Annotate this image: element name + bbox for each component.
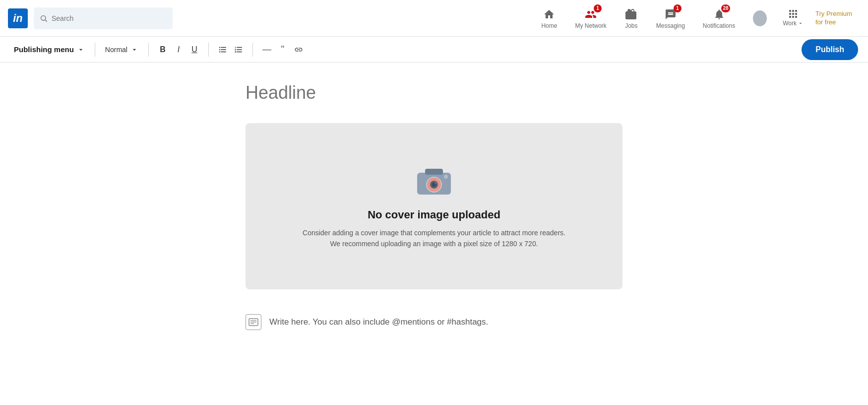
separator-3 — [208, 43, 209, 57]
style-label: Normal — [105, 46, 127, 54]
bold-button[interactable]: B — [155, 42, 171, 58]
unordered-list-icon — [218, 45, 227, 54]
nav-label-notifications: Notifications — [703, 22, 735, 29]
profile-icon — [753, 11, 767, 25]
grid-icon — [789, 10, 797, 18]
navbar: in Home 1 My Network — [0, 0, 868, 37]
ordered-list-icon — [234, 45, 243, 54]
nav-label-jobs: Jobs — [625, 22, 637, 29]
search-input[interactable] — [52, 14, 167, 22]
notifications-badge: 28 — [721, 4, 730, 12]
camera-icon — [414, 163, 454, 199]
nav-items: Home 1 My Network Jobs — [533, 3, 860, 33]
home-icon — [542, 7, 556, 21]
style-chevron — [130, 46, 138, 54]
linkedin-logo[interactable]: in — [8, 8, 28, 28]
nav-item-jobs[interactable]: Jobs — [617, 3, 646, 33]
nav-item-profile[interactable] — [745, 7, 775, 29]
underline-button[interactable]: U — [186, 42, 202, 58]
publish-button[interactable]: Publish — [802, 39, 858, 60]
write-icon — [246, 314, 261, 330]
nav-label-messaging: Messaging — [656, 22, 685, 29]
editor-toolbar: Publishing menu Normal B I U — " Publish — [0, 37, 868, 63]
write-placeholder: Write here. You can also include @mentio… — [269, 317, 488, 327]
nav-item-work[interactable]: Work — [777, 6, 809, 31]
my-network-icon: 1 — [584, 7, 598, 21]
messaging-icon: 1 — [664, 7, 678, 21]
svg-rect-3 — [425, 169, 443, 175]
editor-content: No cover image uploaded Consider adding … — [236, 63, 632, 355]
svg-point-9 — [444, 175, 448, 179]
link-button[interactable] — [291, 42, 307, 58]
nav-item-notifications[interactable]: 28 Notifications — [695, 3, 743, 33]
premium-link[interactable]: Try Premium for free — [815, 10, 860, 27]
blockquote-icon: " — [281, 44, 284, 55]
divider-icon: — — [262, 44, 271, 55]
publishing-menu-chevron — [77, 46, 85, 54]
unordered-list-button[interactable] — [215, 42, 231, 58]
separator-1 — [95, 43, 95, 57]
separator-4 — [252, 43, 253, 57]
publishing-menu-button[interactable]: Publishing menu — [10, 42, 89, 57]
headline-input[interactable] — [246, 82, 622, 103]
separator-2 — [148, 43, 149, 57]
search-icon — [40, 14, 48, 22]
nav-item-messaging[interactable]: 1 Messaging — [648, 3, 693, 33]
work-label: Work — [783, 20, 797, 27]
messaging-badge: 1 — [674, 4, 682, 12]
link-icon — [294, 45, 303, 54]
svg-point-8 — [434, 182, 436, 184]
svg-point-0 — [41, 15, 46, 20]
style-dropdown[interactable]: Normal — [101, 43, 142, 57]
nav-item-my-network[interactable]: 1 My Network — [567, 3, 614, 33]
my-network-badge: 1 — [594, 4, 602, 12]
cover-image-title: No cover image uploaded — [368, 208, 500, 221]
avatar — [753, 10, 767, 26]
divider-button[interactable]: — — [259, 42, 275, 58]
ordered-list-button[interactable] — [231, 42, 247, 58]
blockquote-button[interactable]: " — [275, 42, 291, 58]
nav-item-home[interactable]: Home — [533, 3, 565, 33]
write-area[interactable]: Write here. You can also include @mentio… — [246, 309, 622, 335]
jobs-icon — [624, 7, 638, 21]
notifications-icon: 28 — [712, 7, 726, 21]
cover-image-description: Consider adding a cover image that compl… — [303, 227, 565, 250]
italic-button[interactable]: I — [171, 42, 186, 58]
cover-image-upload-area[interactable]: No cover image uploaded Consider adding … — [246, 123, 622, 289]
nav-label-home: Home — [541, 22, 557, 29]
svg-line-1 — [45, 20, 47, 22]
publishing-menu-label: Publishing menu — [14, 45, 74, 54]
search-box[interactable] — [34, 7, 173, 29]
nav-label-my-network: My Network — [575, 22, 606, 29]
